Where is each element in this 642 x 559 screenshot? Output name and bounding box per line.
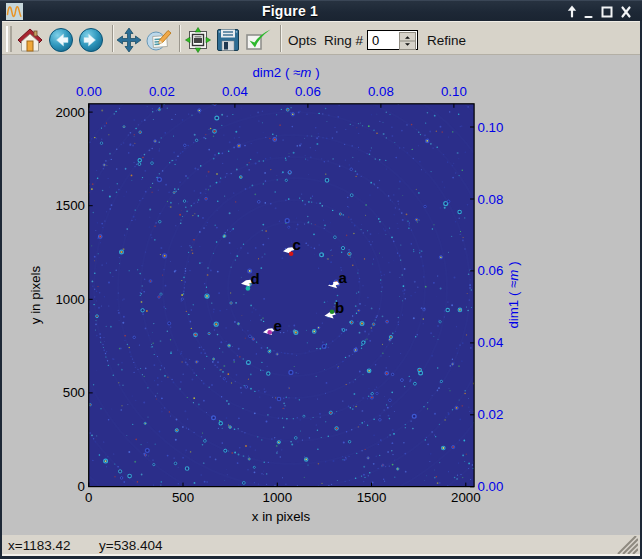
svg-text:e: e bbox=[274, 317, 282, 334]
svg-text:500: 500 bbox=[172, 490, 194, 505]
svg-text:0.04: 0.04 bbox=[478, 335, 504, 350]
svg-text:0.06: 0.06 bbox=[478, 263, 504, 278]
svg-text:0.06: 0.06 bbox=[295, 84, 321, 99]
svg-text:0.08: 0.08 bbox=[368, 84, 394, 99]
svg-text:0: 0 bbox=[78, 479, 85, 494]
svg-text:0.00: 0.00 bbox=[76, 84, 102, 99]
svg-text:a: a bbox=[339, 269, 348, 286]
svg-text:1500: 1500 bbox=[55, 198, 85, 213]
svg-text:d: d bbox=[251, 270, 260, 287]
svg-text:2000: 2000 bbox=[451, 490, 481, 505]
svg-text:1000: 1000 bbox=[55, 292, 85, 307]
svg-text:0.00: 0.00 bbox=[478, 479, 504, 494]
svg-text:0: 0 bbox=[85, 490, 92, 505]
svg-text:1000: 1000 bbox=[263, 490, 293, 505]
svg-text:y in pixels: y in pixels bbox=[28, 265, 43, 324]
svg-text:c: c bbox=[293, 236, 301, 253]
svg-text:0.04: 0.04 bbox=[222, 84, 248, 99]
svg-text:0.08: 0.08 bbox=[478, 192, 504, 207]
svg-text:b: b bbox=[335, 299, 344, 316]
svg-text:x in pixels: x in pixels bbox=[252, 509, 311, 524]
svg-text:dim2 ( ≈m ): dim2 ( ≈m ) bbox=[252, 65, 319, 80]
svg-text:0.02: 0.02 bbox=[149, 84, 175, 99]
svg-text:0.02: 0.02 bbox=[478, 407, 504, 422]
svg-text:1500: 1500 bbox=[357, 490, 387, 505]
svg-text:2000: 2000 bbox=[55, 105, 85, 120]
svg-text:500: 500 bbox=[63, 385, 85, 400]
svg-text:dim1 ( ≈m ): dim1 ( ≈m ) bbox=[506, 261, 521, 328]
svg-text:0.10: 0.10 bbox=[441, 84, 467, 99]
svg-text:0.10: 0.10 bbox=[478, 120, 504, 135]
